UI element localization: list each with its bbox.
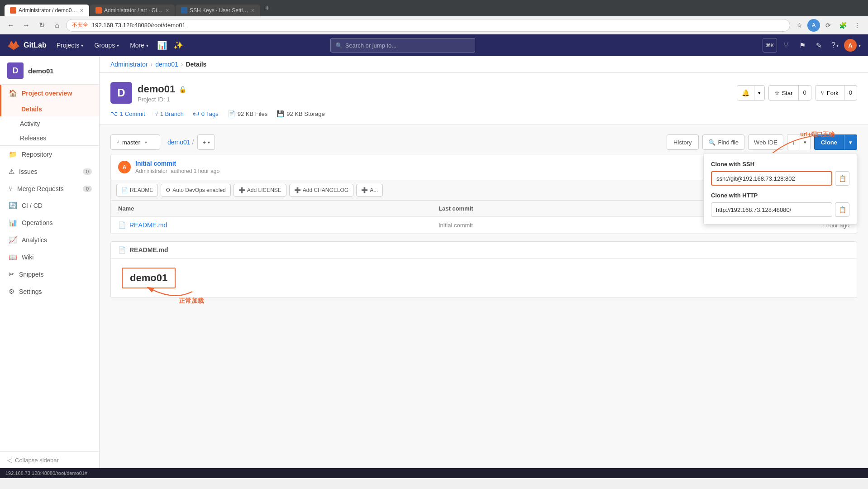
history-btn[interactable]: History xyxy=(667,134,698,150)
find-label: Find file xyxy=(718,139,739,146)
commit-info: Initial commit Administrator authored 1 … xyxy=(135,160,219,174)
issues-nav-icon[interactable]: ⚑ xyxy=(795,38,810,53)
issues-icon: ⚠ xyxy=(9,168,14,176)
sidebar-item-snippets[interactable]: ✂ Snippets xyxy=(0,266,99,283)
nav-search-box[interactable]: 🔍 Search or jump to... xyxy=(330,38,475,53)
sidebar-item-merge-requests[interactable]: ⑂ Merge Requests 0 xyxy=(0,180,99,197)
add-file-btn[interactable]: + ▾ xyxy=(197,134,215,150)
forward-btn[interactable]: → xyxy=(20,19,33,32)
nav-more[interactable]: More ▾ xyxy=(125,39,153,52)
tab-2-close[interactable]: ✕ xyxy=(165,8,169,14)
extension-icon[interactable]: 🧩 xyxy=(836,19,849,32)
notify-btn[interactable]: 🔔 xyxy=(737,86,754,100)
ci-cd-icon: 🔄 xyxy=(9,201,17,210)
star-btn[interactable]: ☆ Star xyxy=(769,86,798,100)
auto-devops-btn[interactable]: ⚙ Auto DevOps enabled xyxy=(161,184,230,197)
notify-dropdown-btn[interactable]: ▾ xyxy=(754,86,764,100)
nav-devops-icon[interactable]: ✨ xyxy=(171,38,186,53)
download-btn-group[interactable]: ↓ ▾ xyxy=(787,134,811,150)
help-nav-icon[interactable]: ? ▾ xyxy=(828,38,842,53)
commits-value: 1 Commit xyxy=(120,110,145,117)
commit-message[interactable]: Initial commit xyxy=(135,160,219,167)
todo-nav-icon[interactable]: ✎ xyxy=(811,38,826,53)
merge-requests-label: Merge Requests xyxy=(17,185,64,192)
file-name-cell[interactable]: 📄 README.md xyxy=(118,221,439,229)
changelog-label: Add CHANGELOG xyxy=(303,187,348,193)
clone-http-copy-btn[interactable]: 📋 xyxy=(835,202,849,217)
fork-btn[interactable]: ⑂ Fork xyxy=(816,86,844,100)
clone-ssh-copy-btn[interactable]: 📋 xyxy=(835,171,849,186)
fork-count: 0 xyxy=(844,86,857,100)
back-btn[interactable]: ← xyxy=(5,19,17,32)
toolbar-right: History 🔍 Find file Web IDE ↓ ▾ Clone ▾ xyxy=(667,134,857,150)
tab-1-close[interactable]: ✕ xyxy=(80,8,84,14)
sidebar-item-project-overview[interactable]: 🏠 Project overview xyxy=(0,85,99,102)
readme-section: 📄 README.md demo01 xyxy=(110,241,857,298)
address-bar[interactable]: 不安全 192.168.73.128:48080/root/demo01 xyxy=(66,19,790,32)
user-avatar-nav[interactable]: A xyxy=(844,39,857,52)
tags-stat[interactable]: 🏷 0 Tags xyxy=(193,110,219,117)
new-tab-btn[interactable]: + xyxy=(261,0,273,16)
browser-tab-1[interactable]: Administrator / demo01 · GitL... ✕ xyxy=(5,5,89,16)
project-id: Project ID: 1 xyxy=(138,96,186,103)
sidebar-item-analytics[interactable]: 📈 Analytics xyxy=(0,231,99,249)
project-title-row: D demo01 🔒 Project ID: 1 🔔 ▾ ☆ xyxy=(110,82,857,104)
clone-ssh-input[interactable] xyxy=(711,171,832,186)
reload-btn[interactable]: ↻ xyxy=(35,19,48,32)
search-placeholder: Search or jump to... xyxy=(345,42,396,49)
breadcrumb-project-link[interactable]: demo01 xyxy=(155,61,178,68)
more-actions-btn[interactable]: ➕ A... xyxy=(356,184,383,197)
project-overview-label: Project overview xyxy=(22,90,72,97)
nav-projects[interactable]: Projects ▾ xyxy=(52,39,88,52)
clone-http-input[interactable] xyxy=(711,202,832,217)
project-name-area: demo01 🔒 Project ID: 1 xyxy=(138,83,186,103)
tab-3-close[interactable]: ✕ xyxy=(251,8,255,14)
menu-icon[interactable]: ⋮ xyxy=(851,19,863,32)
sidebar-sub-item-activity[interactable]: Activity xyxy=(0,116,99,131)
sync-icon[interactable]: ⟳ xyxy=(822,19,835,32)
branch-selector[interactable]: ⑂ master ▾ xyxy=(110,134,160,150)
readme-title: README.md xyxy=(129,246,168,254)
download-dropdown-btn[interactable]: ▾ xyxy=(800,134,810,150)
browser-tab-2[interactable]: Administrator / art · GitLab ✕ xyxy=(90,5,175,16)
sidebar-item-repository[interactable]: 📁 Repository xyxy=(0,146,99,163)
star-icon: ☆ xyxy=(774,90,780,96)
sidebar-item-operations[interactable]: 📊 Operations xyxy=(0,214,99,231)
repo-path-link[interactable]: demo01 xyxy=(167,139,191,146)
browser-tab-3[interactable]: SSH Keys · User Settings · Git... ✕ xyxy=(176,5,260,16)
merge-request-nav-icon[interactable]: ⑂ xyxy=(779,38,793,53)
commits-stat[interactable]: ⌥ 1 Commit xyxy=(110,110,145,117)
sidebar-collapse[interactable]: ◁ Collapse sidebar xyxy=(0,451,99,468)
readme-btn[interactable]: 📄 README xyxy=(116,184,158,197)
clone-dropdown-btn[interactable]: ▾ xyxy=(844,134,857,150)
web-ide-btn[interactable]: Web IDE xyxy=(748,134,783,150)
project-lock-icon: 🔒 xyxy=(179,86,186,93)
breadcrumb-admin-link[interactable]: Administrator xyxy=(110,61,148,68)
keyboard-shortcut-icon[interactable]: ⌘K xyxy=(763,38,777,53)
sidebar-item-settings[interactable]: ⚙ Settings xyxy=(0,283,99,300)
clone-main-btn[interactable]: Clone xyxy=(814,134,844,150)
file-name-label: README.md xyxy=(129,221,167,229)
sidebar-sub-item-details[interactable]: Details xyxy=(0,102,99,116)
branches-stat[interactable]: ⑂ 1 Branch xyxy=(154,110,184,117)
download-btn[interactable]: ↓ xyxy=(787,134,800,150)
home-btn[interactable]: ⌂ xyxy=(51,19,63,32)
find-file-btn[interactable]: 🔍 Find file xyxy=(702,134,745,150)
nav-stats-icon[interactable]: 📊 xyxy=(155,38,169,53)
settings-icon: ⚙ xyxy=(9,288,14,296)
sidebar-item-ci-cd[interactable]: 🔄 CI / CD xyxy=(0,197,99,214)
bookmark-icon[interactable]: ☆ xyxy=(793,19,806,32)
user-profile-icon[interactable]: A xyxy=(807,19,820,32)
readme-demo01-title: demo01 xyxy=(122,268,176,288)
add-license-btn[interactable]: ➕ Add LICENSE xyxy=(234,184,286,197)
page-layout: D demo01 🏠 Project overview Details Acti… xyxy=(0,56,868,468)
nav-groups[interactable]: Groups ▾ xyxy=(90,39,124,52)
sidebar-item-wiki[interactable]: 📖 Wiki xyxy=(0,249,99,266)
breadcrumb-sep-2: › xyxy=(181,61,183,68)
sidebar-item-issues[interactable]: ⚠ Issues 0 xyxy=(0,163,99,180)
sidebar-sub-item-releases[interactable]: Releases xyxy=(0,131,99,145)
add-changelog-btn[interactable]: ➕ Add CHANGELOG xyxy=(289,184,353,197)
gitlab-logo[interactable]: GitLab xyxy=(7,39,47,52)
notify-btn-group[interactable]: 🔔 ▾ xyxy=(737,85,765,101)
branches-icon: ⑂ xyxy=(154,110,158,117)
